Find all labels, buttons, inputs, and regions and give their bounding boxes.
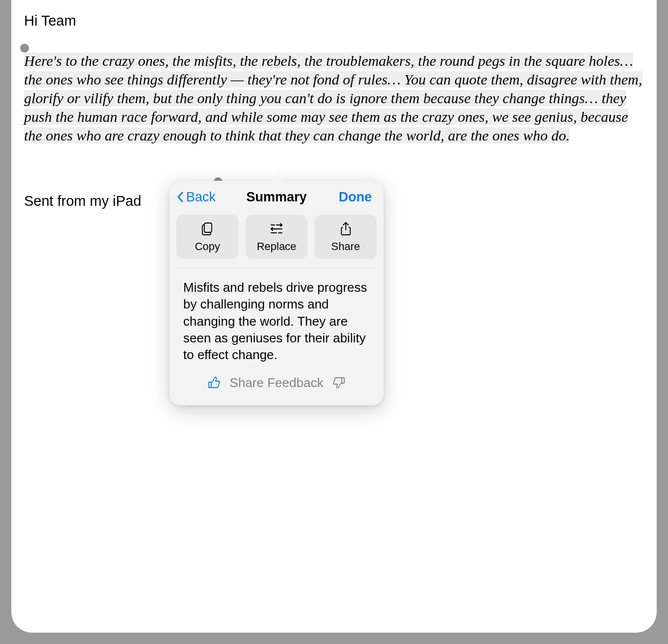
action-row: Copy Replace xyxy=(169,212,384,259)
thumbs-up-button[interactable] xyxy=(207,376,221,390)
done-button[interactable]: Done xyxy=(339,190,372,205)
thumbs-up-icon xyxy=(207,376,221,390)
thumbs-down-button[interactable] xyxy=(332,376,346,390)
share-icon xyxy=(339,222,352,236)
selected-text-block[interactable]: Here's to the crazy ones, the misfits, t… xyxy=(24,52,644,145)
replace-label: Replace xyxy=(257,240,297,253)
replace-button[interactable]: Replace xyxy=(246,215,308,259)
thumbs-down-icon xyxy=(332,376,346,390)
replace-icon xyxy=(269,222,284,236)
feedback-row: Share Feedback xyxy=(169,375,384,405)
back-button[interactable]: Back xyxy=(176,190,216,205)
summary-text: Misfits and rebels drive progress by cha… xyxy=(169,268,384,375)
share-label: Share xyxy=(331,240,360,253)
chevron-left-icon xyxy=(176,191,185,204)
back-label: Back xyxy=(186,190,216,205)
summary-popover: Back Summary Done Copy xyxy=(169,181,384,405)
svg-rect-0 xyxy=(204,223,212,232)
popover-title: Summary xyxy=(246,190,306,205)
popover-header: Back Summary Done xyxy=(169,181,384,212)
copy-label: Copy xyxy=(195,240,220,253)
greeting-text: Hi Team xyxy=(24,13,644,29)
share-button[interactable]: Share xyxy=(314,215,377,259)
copy-icon xyxy=(200,222,215,236)
selection-start-handle[interactable] xyxy=(20,44,29,53)
copy-button[interactable]: Copy xyxy=(176,215,239,259)
feedback-label: Share Feedback xyxy=(230,375,324,391)
selected-quote-text[interactable]: Here's to the crazy ones, the misfits, t… xyxy=(24,53,642,143)
